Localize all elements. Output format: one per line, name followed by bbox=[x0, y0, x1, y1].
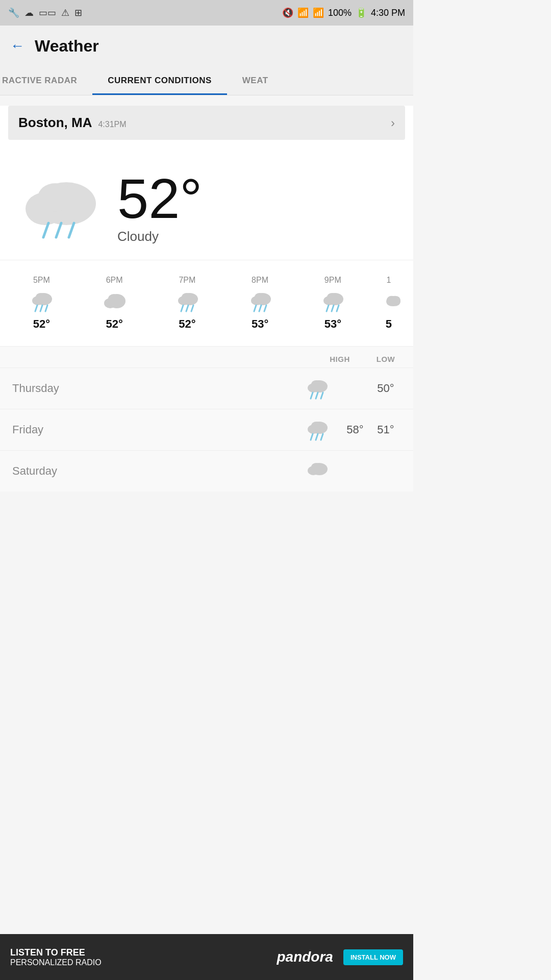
main-content: Boston, MA 4:31PM › 52° Cloudy 5PM bbox=[0, 106, 413, 492]
day-high-friday: 58° bbox=[340, 423, 370, 436]
day-icon-friday bbox=[304, 419, 330, 441]
ad-install-button[interactable]: INSTALL NOW bbox=[343, 949, 403, 965]
svg-line-19 bbox=[181, 305, 183, 311]
hour-temp-7pm: 52° bbox=[179, 317, 195, 331]
page-title: Weather bbox=[35, 37, 99, 56]
svg-point-9 bbox=[36, 293, 46, 301]
hour-item-8pm: 8PM 53° bbox=[223, 271, 296, 336]
back-button[interactable]: ← bbox=[10, 38, 24, 54]
svg-point-15 bbox=[108, 294, 119, 303]
warning-icon: ⚠ bbox=[61, 7, 69, 18]
ad-line2: PERSONALIZED RADIO bbox=[10, 958, 266, 967]
tab-weather[interactable]: WEAT bbox=[227, 66, 284, 95]
svg-point-3 bbox=[59, 185, 89, 212]
svg-line-37 bbox=[311, 393, 313, 399]
status-bar-left: 🔧 ☁ ▭▭ ⚠ ⊞ bbox=[8, 7, 82, 18]
svg-line-25 bbox=[254, 305, 256, 311]
hour-temp-9pm: 53° bbox=[324, 317, 341, 331]
mute-icon: 🔇 bbox=[282, 7, 293, 18]
status-bar-right: 🔇 📶 📶 100% 🔋 4:30 PM bbox=[282, 7, 405, 18]
hour-label-10pm: 1 bbox=[386, 276, 391, 285]
time-display: 4:30 PM bbox=[371, 8, 405, 18]
svg-line-33 bbox=[337, 305, 339, 311]
svg-line-27 bbox=[264, 305, 266, 311]
svg-line-5 bbox=[56, 223, 61, 237]
cloud-icon: ☁ bbox=[24, 7, 34, 18]
weather-details: 52° Cloudy bbox=[117, 170, 202, 244]
svg-line-39 bbox=[321, 393, 323, 399]
location-bar[interactable]: Boston, MA 4:31PM › bbox=[8, 106, 405, 140]
current-weather-icon bbox=[15, 172, 107, 243]
hour-label-7pm: 7PM bbox=[179, 276, 195, 285]
battery-icon: 🔋 bbox=[356, 7, 367, 18]
tab-current-conditions[interactable]: CURRENT CONDITIONS bbox=[92, 66, 227, 95]
svg-line-32 bbox=[332, 305, 334, 311]
hour-label-8pm: 8PM bbox=[252, 276, 268, 285]
current-weather-section: 52° Cloudy bbox=[0, 150, 413, 260]
hour-temp-8pm: 53° bbox=[252, 317, 268, 331]
svg-line-10 bbox=[35, 305, 37, 311]
svg-line-38 bbox=[316, 393, 318, 399]
svg-line-20 bbox=[186, 305, 188, 311]
media-icon: ▭▭ bbox=[39, 7, 56, 18]
hour-item-6pm: 6PM 52° bbox=[78, 271, 151, 336]
svg-line-4 bbox=[43, 223, 48, 237]
low-label: LOW bbox=[370, 355, 401, 363]
svg-point-18 bbox=[182, 293, 192, 301]
day-low-friday: 51° bbox=[370, 423, 401, 436]
tab-bar: RACTIVE RADAR CURRENT CONDITIONS WEAT bbox=[0, 66, 413, 95]
hour-icon-5pm bbox=[29, 290, 54, 312]
svg-point-36 bbox=[311, 380, 321, 388]
svg-line-44 bbox=[316, 434, 318, 440]
grid-icon: ⊞ bbox=[74, 7, 82, 18]
hour-icon-9pm bbox=[320, 290, 345, 312]
svg-point-30 bbox=[327, 293, 337, 301]
wrench-icon: 🔧 bbox=[8, 7, 19, 18]
svg-line-11 bbox=[40, 305, 42, 311]
svg-line-21 bbox=[191, 305, 193, 311]
svg-point-48 bbox=[311, 463, 321, 471]
hour-label-5pm: 5PM bbox=[33, 276, 50, 285]
signal-icon: 📶 bbox=[313, 7, 324, 18]
current-condition: Cloudy bbox=[117, 229, 202, 244]
wifi-icon: 📶 bbox=[297, 7, 309, 18]
high-label: HIGH bbox=[324, 355, 355, 363]
hour-temp-5pm: 52° bbox=[33, 317, 50, 331]
svg-line-12 bbox=[45, 305, 47, 311]
ad-text: LISTEN TO FREE PERSONALIZED RADIO bbox=[10, 947, 266, 967]
battery-percent: 100% bbox=[328, 8, 352, 18]
hour-item-9pm: 9PM 53° bbox=[296, 271, 369, 336]
hour-temp-6pm: 52° bbox=[106, 317, 122, 331]
daily-row-thursday: Thursday — 50° bbox=[0, 368, 413, 409]
svg-line-45 bbox=[321, 434, 323, 440]
hour-item-5pm: 5PM 52° bbox=[5, 271, 78, 336]
svg-line-26 bbox=[259, 305, 261, 311]
ad-pandora: pandora bbox=[277, 949, 333, 965]
ad-line1: LISTEN TO FREE bbox=[10, 947, 266, 958]
daily-forecast: HIGH LOW Thursday — 50° Friday bbox=[0, 347, 413, 492]
day-saturday: Saturday bbox=[12, 464, 304, 478]
app-header: ← Weather bbox=[0, 26, 413, 66]
hour-item-10pm: 1 5 bbox=[369, 271, 408, 336]
hour-label-6pm: 6PM bbox=[106, 276, 123, 285]
svg-line-6 bbox=[69, 223, 74, 237]
hour-icon-6pm bbox=[102, 290, 127, 312]
status-bar: 🔧 ☁ ▭▭ ⚠ ⊞ 🔇 📶 📶 100% 🔋 4:30 PM bbox=[0, 0, 413, 26]
location-timestamp: 4:31PM bbox=[98, 120, 126, 129]
current-temperature: 52° bbox=[117, 170, 202, 227]
hour-temp-10pm: 5 bbox=[386, 317, 392, 331]
day-friday: Friday bbox=[12, 423, 304, 436]
day-thursday: Thursday bbox=[12, 382, 304, 395]
tab-interactive-radar[interactable]: RACTIVE RADAR bbox=[0, 66, 92, 95]
daily-row-friday: Friday 58° 51° bbox=[0, 409, 413, 450]
svg-point-24 bbox=[255, 293, 265, 301]
daily-forecast-header: HIGH LOW bbox=[0, 347, 413, 368]
city-name: Boston, MA bbox=[18, 115, 92, 131]
daily-row-saturday: Saturday bbox=[0, 450, 413, 492]
svg-point-42 bbox=[311, 422, 321, 430]
svg-line-31 bbox=[327, 305, 329, 311]
day-icon-thursday bbox=[304, 377, 330, 400]
hour-label-9pm: 9PM bbox=[324, 276, 341, 285]
ad-banner[interactable]: LISTEN TO FREE PERSONALIZED RADIO pandor… bbox=[0, 934, 413, 980]
day-high-thursday: — bbox=[340, 382, 370, 395]
